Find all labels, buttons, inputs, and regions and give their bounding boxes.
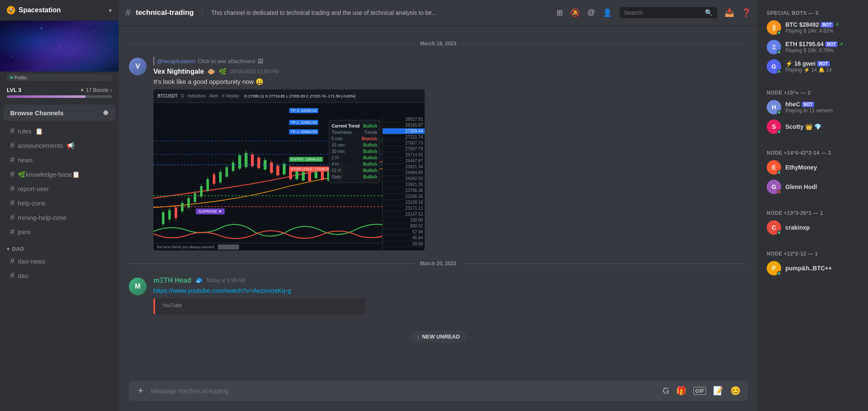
help-icon[interactable]: ❓ bbox=[742, 8, 751, 17]
hash-icon-help: # bbox=[10, 199, 14, 208]
sidebar-item-announcements[interactable]: # announcements 📢 bbox=[3, 139, 115, 153]
sidebar-item-mining-help[interactable]: # mining-help-zone bbox=[3, 211, 115, 225]
avatar-btc-bot: ₿ bbox=[767, 20, 781, 35]
author-name-vex: Vex Nightingale bbox=[153, 68, 204, 75]
message-input-box: + G 🎁 GIF 📝 😊 bbox=[129, 380, 748, 401]
sidebar-item-help-zone[interactable]: # help-zone bbox=[3, 196, 115, 210]
gwei-display-name: ⚡ 16 gwei bbox=[785, 60, 815, 67]
price-23171: 23171.11 bbox=[383, 206, 425, 211]
banner-nebula bbox=[0, 21, 119, 72]
trends-label: Trends bbox=[364, 130, 377, 135]
trend-5min-value: Bearish bbox=[362, 136, 377, 141]
member-info-hhec: hheC BOT Playing In 11 servers bbox=[785, 101, 860, 114]
price-23228: 23228.18 bbox=[383, 200, 425, 206]
member-crakinxp[interactable]: C crakinxp bbox=[763, 218, 863, 237]
sidebar-item-joins[interactable]: # joins bbox=[3, 225, 115, 239]
gif-icon[interactable]: GIF bbox=[693, 387, 706, 395]
youtube-link[interactable]: https://www.youtube.com/watch?v=AeznvoeK… bbox=[153, 287, 291, 294]
add-member-icon[interactable]: 👤 bbox=[603, 8, 612, 17]
gift-icon[interactable]: 🎁 bbox=[676, 386, 687, 396]
avatar-eth-bot: Ξ bbox=[767, 40, 781, 54]
rules-emoji: 📋 bbox=[35, 128, 43, 135]
avatar-scotty: S bbox=[767, 119, 781, 134]
hhec-display-name: hheC bbox=[785, 101, 800, 108]
date-text-march20: March 20, 2023 bbox=[420, 261, 456, 267]
announcements-emoji: 📢 bbox=[67, 142, 75, 150]
sl-label: STOP LOSS: 17028.65 bbox=[289, 167, 332, 172]
tf-1h: 1 H: bbox=[332, 156, 339, 160]
mention-icon[interactable]: @ bbox=[587, 8, 595, 17]
sidebar: 🚀 Spacestation ▾ Public LVL 3 ✦ 17 Boost… bbox=[0, 0, 119, 411]
special-bots-section: SPECIAL BOTS — 3 ₿ BTC $28492 BOT ↗ Play… bbox=[758, 0, 868, 80]
price-28917: 28917.91 bbox=[383, 117, 425, 122]
scotty-gem: 💎 bbox=[814, 123, 821, 130]
date-divider-march18: March 18, 2023 bbox=[119, 34, 758, 53]
price-23296: 23296.36 bbox=[383, 194, 425, 200]
browse-channels-button[interactable]: Browse Channels ⊕ bbox=[3, 105, 115, 121]
dao-section-header[interactable]: ▾ DAO bbox=[0, 239, 119, 254]
member-pump-btc[interactable]: P pump&h..BTC++ bbox=[763, 258, 863, 278]
avatar-glenn: G bbox=[767, 180, 781, 194]
search-box[interactable]: 🔍 bbox=[620, 7, 717, 18]
sidebar-item-knowledge-base[interactable]: # 🌿knowledge-base📋 bbox=[3, 167, 115, 181]
public-label: Public bbox=[14, 75, 27, 80]
price-27007b: 27007.79 bbox=[383, 146, 425, 152]
chart-image[interactable]: BTCUSDT D Indicators Alert ↺ Replay O 27… bbox=[153, 89, 425, 250]
search-input[interactable] bbox=[624, 9, 701, 16]
member-btc-bot[interactable]: ₿ BTC $28492 BOT ↗ Playing $ 24h: 4.82% bbox=[763, 18, 863, 37]
channel-name-news: news bbox=[18, 156, 33, 164]
price-25447: 25447.87 bbox=[383, 158, 425, 164]
text-content-vex: It's look like a good opportunity now 😄 bbox=[153, 78, 264, 85]
sticker-icon[interactable]: 📝 bbox=[713, 386, 723, 396]
date-text-march18: March 18, 2023 bbox=[420, 41, 456, 47]
new-unread-button[interactable]: ↓ NEW UNREAD bbox=[410, 331, 467, 342]
server-header[interactable]: 🚀 Spacestation ▾ bbox=[0, 0, 119, 21]
btc-display-name: BTC $28492 bbox=[785, 21, 819, 28]
avatar-hhec: H bbox=[767, 100, 781, 114]
tf-5min: 5 min: bbox=[332, 136, 343, 141]
member-scotty[interactable]: S Scotty 👑 💎 bbox=[763, 117, 863, 136]
add-attachment-button[interactable]: + bbox=[136, 385, 146, 396]
member-eth-bot[interactable]: Ξ ETH $1795.64 BOT ↗ Playing $ 24h: 0.78… bbox=[763, 37, 863, 57]
boost-count: ✦ 17 Boosts › bbox=[80, 87, 112, 93]
emoji-icon[interactable]: 😊 bbox=[730, 386, 741, 396]
public-badge: Public bbox=[7, 74, 112, 81]
price-23706: 23706.36 bbox=[383, 188, 425, 194]
grammarly-icon[interactable]: G bbox=[663, 386, 670, 396]
sidebar-item-news[interactable]: # news bbox=[3, 153, 115, 167]
server-title: Spacestation bbox=[19, 6, 61, 14]
member-glenn[interactable]: G Glenn Hodl bbox=[763, 177, 863, 197]
chart-indicators: Indicators bbox=[187, 94, 206, 98]
price-100: 100.00 bbox=[383, 217, 425, 223]
message-input[interactable] bbox=[151, 387, 658, 394]
avatar-meth: M bbox=[129, 278, 147, 295]
tf-daily: Daily: bbox=[332, 175, 342, 179]
channel-name-dao: dao bbox=[18, 272, 28, 279]
notifications-icon[interactable]: 🔕 bbox=[570, 8, 580, 17]
author-emoji-1-vex: 🐵 bbox=[207, 68, 215, 75]
member-gwei-bot[interactable]: G ⚡ 16 gwei BOT Playing ⚡ 14 🔔 14 bbox=[763, 57, 863, 76]
sidebar-item-report-user[interactable]: # report-user bbox=[3, 182, 115, 196]
hhec-bot-badge: BOT bbox=[802, 102, 814, 107]
status-ethymoney bbox=[777, 170, 781, 175]
node15-section: NODE +15*∞ — 2 H hheC BOT Playing In 11 … bbox=[758, 80, 868, 140]
search-icon: 🔍 bbox=[705, 9, 713, 17]
sidebar-item-rules[interactable]: # rules 📋 bbox=[3, 124, 115, 138]
inbox-icon[interactable]: 📥 bbox=[725, 8, 734, 17]
sidebar-item-dao[interactable]: # dao bbox=[3, 269, 115, 283]
member-ethymoney[interactable]: E EthyMoney bbox=[763, 158, 863, 177]
header-icons: ⊞ 🔕 @ 👤 🔍 📥 ❓ bbox=[556, 7, 751, 18]
hashtag-settings-icon[interactable]: ⊞ bbox=[556, 8, 563, 17]
reply-text: Click to see attachment bbox=[198, 58, 255, 64]
reply-mention: @recapitulation bbox=[157, 58, 195, 64]
eth-display-name: ETH $1795.64 bbox=[785, 41, 823, 47]
message-text-vex: It's look like a good opportunity now 😄 bbox=[153, 77, 748, 86]
trend-bullish-header: Bullish bbox=[363, 124, 377, 128]
member-name-ethymoney: EthyMoney bbox=[785, 164, 860, 171]
hash-icon-mining: # bbox=[10, 213, 14, 222]
member-hhec[interactable]: H hheC BOT Playing In 11 servers bbox=[763, 97, 863, 117]
trend-30min-value: Bullish bbox=[363, 149, 377, 154]
pump-display-name: pump&h..BTC++ bbox=[785, 265, 832, 272]
sidebar-item-dao-news[interactable]: # dao-news bbox=[3, 254, 115, 268]
boost-bar: LVL 3 ✦ 17 Boosts › bbox=[0, 83, 119, 101]
